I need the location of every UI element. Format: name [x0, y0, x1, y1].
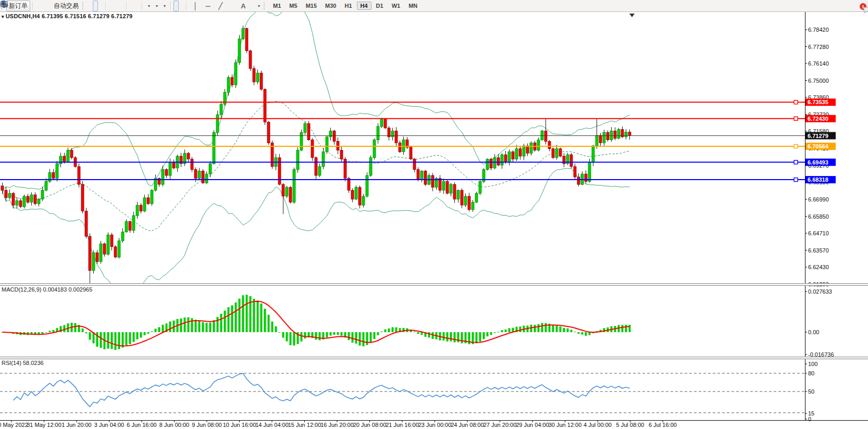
timeframe-M30[interactable]: M30 [321, 2, 340, 10]
chart-title-text: USDCNH,H4 6.71395 6.71516 6.71279 6.7127… [6, 13, 133, 19]
svg-text:6.70564: 6.70564 [808, 143, 829, 149]
chat-bubble-icon [863, 6, 868, 14]
toolbar-grip[interactable] [82, 2, 85, 9]
line-chart-button[interactable] [98, 1, 103, 11]
equidistant-channel-button[interactable]: E [227, 1, 232, 11]
tile-windows-button[interactable] [119, 1, 124, 11]
crosshair-button[interactable] [179, 1, 184, 11]
svg-text:9 Jun 08:00: 9 Jun 08:00 [192, 422, 222, 428]
signals-button[interactable] [46, 1, 51, 11]
svg-text:21 Jun 16:00: 21 Jun 16:00 [386, 422, 419, 428]
metaeditor-button[interactable] [35, 1, 41, 11]
timeframe-M15[interactable]: M15 [302, 2, 320, 10]
timeframe-H1[interactable]: H1 [341, 2, 355, 10]
svg-text:23 Jun 00:00: 23 Jun 00:00 [418, 422, 452, 428]
text-label-button[interactable]: T [250, 1, 255, 11]
fibonacci-button[interactable]: F [232, 1, 237, 11]
zoom-out-button[interactable] [114, 1, 119, 11]
svg-text:6.64710: 6.64710 [808, 230, 829, 236]
vertical-line-button[interactable]: │ [189, 1, 202, 11]
timeframe-M1[interactable]: M1 [269, 2, 284, 10]
svg-text:0: 0 [808, 416, 811, 422]
text-button[interactable]: A [237, 1, 250, 11]
cursor-button[interactable] [173, 1, 179, 11]
horizontal-line-button[interactable]: ─ [202, 1, 214, 11]
date-axis[interactable]: 30 May 202231 May 12:001 Jun 20:003 Jun … [0, 420, 677, 428]
vertical-line-icon: │ [192, 2, 199, 10]
svg-text:14 Jun 04:00: 14 Jun 04:00 [255, 422, 289, 428]
svg-text:15 Jun 12:00: 15 Jun 12:00 [288, 422, 321, 428]
trendline-button[interactable]: ╱ [214, 1, 227, 11]
svg-text:27 Jun 20:00: 27 Jun 20:00 [483, 422, 517, 428]
timeframe-M5[interactable]: M5 [286, 2, 301, 10]
svg-text:50: 50 [808, 388, 814, 395]
dropdown-caret-icon[interactable]: ▾ [164, 4, 166, 8]
svg-text:6.69493: 6.69493 [808, 159, 828, 166]
chart-canvas[interactable]: 6.784206.772806.761406.750006.738606.727… [0, 0, 868, 429]
candles [1, 26, 631, 283]
bar-chart-button[interactable] [88, 1, 93, 11]
dropdown-caret-icon[interactable]: ▾ [258, 4, 260, 8]
templates-button[interactable]: ▾ [160, 1, 168, 11]
timeframe-D1[interactable]: D1 [373, 2, 387, 10]
zoom-in-button[interactable] [108, 1, 114, 11]
periods-button[interactable]: ▾ [153, 1, 160, 11]
svg-text:6.68318: 6.68318 [808, 176, 828, 183]
search-icon[interactable] [0, 0, 8, 8]
price-axis[interactable]: 6.784206.772806.761406.750006.738606.727… [805, 27, 829, 287]
arrows-button[interactable]: ▾ [255, 1, 263, 11]
mt4-terminal: { "toolbar": { "new_order_label": "新订单",… [0, 0, 868, 429]
svg-text:6.62430: 6.62430 [808, 264, 829, 270]
separator [170, 2, 171, 10]
timeframe-H4[interactable]: H4 [357, 2, 371, 10]
rsi-indicator-label: RSI(14) 58.0236 [2, 360, 44, 366]
text-icon: A [240, 2, 247, 10]
svg-text:6.65850: 6.65850 [808, 213, 829, 220]
svg-text:6.63570: 6.63570 [808, 247, 829, 254]
one-click-trading-arrow-icon[interactable]: ▾ [2, 14, 4, 19]
svg-text:0.027633: 0.027633 [808, 288, 832, 295]
dropdown-caret-icon[interactable]: ▾ [148, 4, 150, 8]
new-order-button[interactable]: 新订单 [6, 1, 30, 11]
svg-text:4 Jul 00:00: 4 Jul 00:00 [584, 422, 612, 428]
timeframe-W1[interactable]: W1 [388, 2, 404, 10]
macd-axis[interactable]: 0.0276330.00-0.016736 [805, 288, 834, 358]
svg-text:29 Jun 04:00: 29 Jun 04:00 [516, 422, 549, 428]
chart-shift-marker-icon[interactable] [629, 14, 635, 17]
svg-text:6 Jul 16:00: 6 Jul 16:00 [649, 422, 677, 428]
separator [126, 2, 127, 10]
pane-separator-macd[interactable] [0, 283, 868, 286]
pane-separator-rsi[interactable] [0, 357, 868, 359]
dropdown-caret-icon[interactable]: ▾ [156, 4, 158, 8]
timeframe-MN[interactable]: MN [405, 2, 421, 10]
autotrading-label: 自动交易 [54, 2, 79, 10]
separator [32, 2, 33, 10]
macd-indicator-label: MACD(12,26,9) 0.004183 0.002965 [2, 286, 92, 293]
svg-text:16 Jun 20:00: 16 Jun 20:00 [320, 422, 354, 428]
svg-text:6.72430: 6.72430 [808, 116, 828, 122]
candlestick-chart-button[interactable] [93, 1, 98, 11]
svg-text:100: 100 [808, 361, 817, 367]
new-order-label: 新订单 [9, 2, 28, 10]
toolbar-grip[interactable] [264, 2, 267, 9]
chart-shift-button[interactable] [134, 1, 140, 11]
chart-title: ▾USDCNH,H4 6.71395 6.71516 6.71279 6.712… [2, 13, 132, 19]
svg-text:6.73535: 6.73535 [808, 99, 828, 105]
svg-text:30 May 2022: 30 May 2022 [0, 422, 28, 428]
auto-scroll-button[interactable] [129, 1, 134, 11]
svg-text:5 Jul 08:00: 5 Jul 08:00 [616, 422, 644, 428]
svg-text:10 Jun 16:00: 10 Jun 16:00 [223, 422, 256, 428]
timeframe-group: M1M5M15M30H1H4D1W1MN [269, 2, 421, 10]
svg-text:1 Jun 20:00: 1 Jun 20:00 [61, 422, 92, 428]
svg-text:0.00: 0.00 [808, 329, 819, 335]
indicators-button[interactable]: f ▾ [145, 1, 153, 11]
autotrading-button[interactable]: 自动交易 [51, 1, 81, 11]
svg-text:6.77280: 6.77280 [808, 44, 829, 50]
rsi-axis[interactable]: 1008050150 [805, 361, 817, 422]
svg-text:80: 80 [808, 370, 814, 376]
separator [142, 2, 143, 10]
community-button[interactable] [41, 1, 46, 11]
svg-text:6.75000: 6.75000 [808, 78, 829, 84]
svg-text:6.76140: 6.76140 [808, 60, 829, 67]
horizontal-line-icon: ─ [204, 2, 212, 10]
